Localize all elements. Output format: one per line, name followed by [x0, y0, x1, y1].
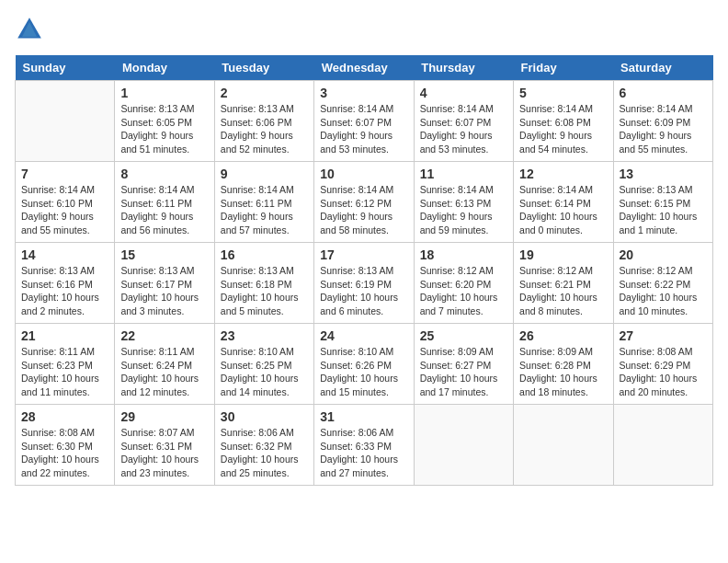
calendar-cell: 3Sunrise: 8:14 AM Sunset: 6:07 PM Daylig… — [314, 81, 414, 162]
calendar-body: 1Sunrise: 8:13 AM Sunset: 6:05 PM Daylig… — [16, 81, 713, 486]
calendar-week-row: 28Sunrise: 8:08 AM Sunset: 6:30 PM Dayli… — [16, 405, 713, 486]
day-number: 26 — [519, 328, 607, 343]
day-number: 20 — [620, 247, 707, 262]
day-number: 13 — [620, 167, 707, 181]
day-number: 19 — [519, 247, 607, 262]
cell-content: Sunrise: 8:13 AM Sunset: 6:16 PM Dayligh… — [21, 264, 108, 318]
day-number: 1 — [120, 86, 208, 100]
cell-content: Sunrise: 8:14 AM Sunset: 6:07 PM Dayligh… — [320, 102, 407, 156]
day-number: 29 — [120, 409, 208, 424]
calendar-header: SundayMondayTuesdayWednesdayThursdayFrid… — [16, 55, 713, 81]
calendar-cell: 18Sunrise: 8:12 AM Sunset: 6:20 PM Dayli… — [414, 243, 513, 324]
day-number: 3 — [320, 86, 407, 100]
cell-content: Sunrise: 8:14 AM Sunset: 6:11 PM Dayligh… — [120, 183, 208, 237]
calendar-cell: 15Sunrise: 8:13 AM Sunset: 6:17 PM Dayli… — [115, 243, 214, 324]
cell-content: Sunrise: 8:13 AM Sunset: 6:17 PM Dayligh… — [120, 264, 208, 318]
cell-content: Sunrise: 8:14 AM Sunset: 6:09 PM Dayligh… — [620, 102, 707, 156]
calendar-week-row: 14Sunrise: 8:13 AM Sunset: 6:16 PM Dayli… — [16, 243, 713, 324]
day-number: 24 — [320, 328, 407, 343]
calendar-week-row: 1Sunrise: 8:13 AM Sunset: 6:05 PM Daylig… — [16, 81, 713, 162]
weekday-header: Tuesday — [214, 55, 313, 81]
calendar-cell: 8Sunrise: 8:14 AM Sunset: 6:11 PM Daylig… — [115, 162, 214, 243]
day-number: 18 — [420, 247, 507, 262]
day-number: 22 — [120, 328, 208, 343]
calendar-cell: 5Sunrise: 8:14 AM Sunset: 6:08 PM Daylig… — [514, 81, 613, 162]
calendar-cell — [414, 405, 513, 486]
calendar-cell: 31Sunrise: 8:06 AM Sunset: 6:33 PM Dayli… — [314, 405, 414, 486]
calendar-cell: 20Sunrise: 8:12 AM Sunset: 6:22 PM Dayli… — [613, 243, 712, 324]
day-number: 7 — [21, 167, 108, 181]
weekday-header: Sunday — [16, 55, 115, 81]
cell-content: Sunrise: 8:07 AM Sunset: 6:31 PM Dayligh… — [120, 426, 208, 480]
cell-content: Sunrise: 8:13 AM Sunset: 6:06 PM Dayligh… — [221, 102, 308, 156]
calendar-cell: 11Sunrise: 8:14 AM Sunset: 6:13 PM Dayli… — [414, 162, 513, 243]
cell-content: Sunrise: 8:14 AM Sunset: 6:12 PM Dayligh… — [320, 183, 407, 237]
day-number: 17 — [320, 247, 407, 262]
calendar-cell: 19Sunrise: 8:12 AM Sunset: 6:21 PM Dayli… — [514, 243, 613, 324]
day-number: 30 — [221, 409, 308, 424]
calendar-cell: 14Sunrise: 8:13 AM Sunset: 6:16 PM Dayli… — [16, 243, 115, 324]
day-number: 15 — [120, 247, 208, 262]
cell-content: Sunrise: 8:13 AM Sunset: 6:18 PM Dayligh… — [221, 264, 308, 318]
day-number: 12 — [519, 167, 607, 181]
cell-content: Sunrise: 8:14 AM Sunset: 6:07 PM Dayligh… — [420, 102, 507, 156]
cell-content: Sunrise: 8:11 AM Sunset: 6:23 PM Dayligh… — [21, 345, 108, 399]
calendar-cell: 10Sunrise: 8:14 AM Sunset: 6:12 PM Dayli… — [314, 162, 414, 243]
cell-content: Sunrise: 8:13 AM Sunset: 6:15 PM Dayligh… — [620, 183, 707, 237]
cell-content: Sunrise: 8:10 AM Sunset: 6:25 PM Dayligh… — [221, 345, 308, 399]
cell-content: Sunrise: 8:06 AM Sunset: 6:33 PM Dayligh… — [320, 426, 407, 480]
day-number: 28 — [21, 409, 108, 424]
cell-content: Sunrise: 8:12 AM Sunset: 6:22 PM Dayligh… — [620, 264, 707, 318]
calendar-cell: 29Sunrise: 8:07 AM Sunset: 6:31 PM Dayli… — [115, 405, 214, 486]
cell-content: Sunrise: 8:08 AM Sunset: 6:30 PM Dayligh… — [21, 426, 108, 480]
weekday-header: Thursday — [414, 55, 513, 81]
calendar-cell: 6Sunrise: 8:14 AM Sunset: 6:09 PM Daylig… — [613, 81, 712, 162]
day-number: 25 — [420, 328, 507, 343]
calendar-cell: 22Sunrise: 8:11 AM Sunset: 6:24 PM Dayli… — [115, 324, 214, 405]
cell-content: Sunrise: 8:13 AM Sunset: 6:05 PM Dayligh… — [120, 102, 208, 156]
cell-content: Sunrise: 8:14 AM Sunset: 6:13 PM Dayligh… — [420, 183, 507, 237]
cell-content: Sunrise: 8:06 AM Sunset: 6:32 PM Dayligh… — [221, 426, 308, 480]
cell-content: Sunrise: 8:13 AM Sunset: 6:19 PM Dayligh… — [320, 264, 407, 318]
calendar-cell: 27Sunrise: 8:08 AM Sunset: 6:29 PM Dayli… — [613, 324, 712, 405]
calendar-cell: 25Sunrise: 8:09 AM Sunset: 6:27 PM Dayli… — [414, 324, 513, 405]
calendar-cell: 7Sunrise: 8:14 AM Sunset: 6:10 PM Daylig… — [16, 162, 115, 243]
cell-content: Sunrise: 8:10 AM Sunset: 6:26 PM Dayligh… — [320, 345, 407, 399]
day-number: 27 — [620, 328, 707, 343]
calendar-cell: 21Sunrise: 8:11 AM Sunset: 6:23 PM Dayli… — [16, 324, 115, 405]
cell-content: Sunrise: 8:14 AM Sunset: 6:11 PM Dayligh… — [221, 183, 308, 237]
calendar-cell: 4Sunrise: 8:14 AM Sunset: 6:07 PM Daylig… — [414, 81, 513, 162]
cell-content: Sunrise: 8:08 AM Sunset: 6:29 PM Dayligh… — [620, 345, 707, 399]
calendar-cell: 9Sunrise: 8:14 AM Sunset: 6:11 PM Daylig… — [214, 162, 313, 243]
cell-content: Sunrise: 8:12 AM Sunset: 6:21 PM Dayligh… — [519, 264, 607, 318]
calendar-week-row: 7Sunrise: 8:14 AM Sunset: 6:10 PM Daylig… — [16, 162, 713, 243]
day-number: 16 — [221, 247, 308, 262]
calendar-cell: 23Sunrise: 8:10 AM Sunset: 6:25 PM Dayli… — [214, 324, 313, 405]
day-number: 4 — [420, 86, 507, 100]
calendar-cell — [514, 405, 613, 486]
calendar-cell: 30Sunrise: 8:06 AM Sunset: 6:32 PM Dayli… — [214, 405, 313, 486]
logo-icon — [15, 15, 44, 44]
cell-content: Sunrise: 8:09 AM Sunset: 6:27 PM Dayligh… — [420, 345, 507, 399]
calendar-cell: 17Sunrise: 8:13 AM Sunset: 6:19 PM Dayli… — [314, 243, 414, 324]
day-number: 6 — [620, 86, 707, 100]
weekday-header: Wednesday — [314, 55, 414, 81]
calendar-cell: 16Sunrise: 8:13 AM Sunset: 6:18 PM Dayli… — [214, 243, 313, 324]
calendar-cell: 12Sunrise: 8:14 AM Sunset: 6:14 PM Dayli… — [514, 162, 613, 243]
cell-content: Sunrise: 8:09 AM Sunset: 6:28 PM Dayligh… — [519, 345, 607, 399]
weekday-header: Friday — [514, 55, 613, 81]
calendar-cell — [16, 81, 115, 162]
day-number: 2 — [221, 86, 308, 100]
cell-content: Sunrise: 8:14 AM Sunset: 6:10 PM Dayligh… — [21, 183, 108, 237]
day-number: 31 — [320, 409, 407, 424]
calendar-cell: 24Sunrise: 8:10 AM Sunset: 6:26 PM Dayli… — [314, 324, 414, 405]
day-number: 14 — [21, 247, 108, 262]
logo — [15, 15, 48, 44]
cell-content: Sunrise: 8:14 AM Sunset: 6:14 PM Dayligh… — [519, 183, 607, 237]
weekday-header: Monday — [115, 55, 214, 81]
day-number: 10 — [320, 167, 407, 181]
weekday-header: Saturday — [613, 55, 712, 81]
calendar-cell: 13Sunrise: 8:13 AM Sunset: 6:15 PM Dayli… — [613, 162, 712, 243]
day-number: 5 — [519, 86, 607, 100]
page-header — [15, 15, 713, 44]
